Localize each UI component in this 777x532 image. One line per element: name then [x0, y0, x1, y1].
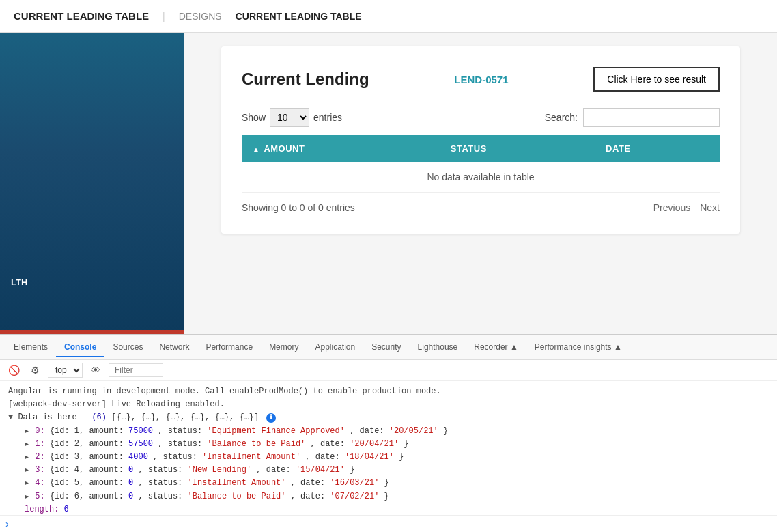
tab-console[interactable]: Console — [56, 338, 104, 357]
console-output: Angular is running in development mode. … — [0, 381, 777, 515]
expand-0[interactable]: ▶ — [25, 428, 29, 435]
data-count: (6) — [91, 412, 107, 422]
entries-label: entries — [313, 112, 342, 123]
show-entries: Show 10 25 50 100 entries — [242, 108, 342, 127]
search-input[interactable] — [583, 108, 720, 127]
table-footer: Showing 0 to 0 of 0 entries Previous Nex… — [242, 202, 720, 213]
nav-link-designs[interactable]: DESIGNS — [179, 11, 222, 22]
clear-console-button[interactable]: 🚫 — [5, 363, 23, 377]
card-title: Current Lending — [242, 70, 369, 89]
table-controls: Show 10 25 50 100 entries Search: — [242, 108, 720, 127]
card: Current Lending LEND-0571 Click Here to … — [221, 46, 740, 234]
context-select[interactable]: top — [48, 363, 83, 378]
table-header-row: AMOUNT STATUS DATE — [242, 135, 720, 162]
tab-lighthouse[interactable]: Lighthouse — [410, 338, 466, 357]
tab-performance-insights[interactable]: Performance insights ▲ — [526, 338, 630, 357]
devtools-toolbar: 🚫 ⚙ top 👁 — [0, 360, 777, 381]
sidebar-label: LTH — [0, 272, 38, 293]
data-table: AMOUNT STATUS DATE No data available in … — [242, 135, 720, 193]
tab-sources[interactable]: Sources — [104, 338, 151, 357]
console-line-1: Angular is running in development mode. … — [8, 385, 769, 398]
expand-5[interactable]: ▶ — [25, 493, 29, 501]
expand-icon[interactable]: ▼ — [8, 412, 13, 422]
col-date[interactable]: DATE — [595, 135, 720, 162]
console-line-data: ▼ Data is here (6) [{…}, {…}, {…}, {…}, … — [8, 411, 769, 424]
sidebar-bottom-bar — [0, 330, 184, 334]
tab-network[interactable]: Network — [151, 338, 197, 357]
eye-button[interactable]: 👁 — [88, 363, 103, 377]
main-area: LTH Current Lending LEND-0571 Click Here… — [0, 33, 777, 334]
table-row-empty: No data available in table — [242, 162, 720, 193]
page-content: Current Lending LEND-0571 Click Here to … — [184, 33, 777, 334]
console-input-arrow[interactable]: › — [5, 518, 9, 529]
devtools-panel: Elements Console Sources Network Perform… — [0, 334, 777, 532]
card-header: Current Lending LEND-0571 Click Here to … — [242, 67, 720, 92]
data-summary: [{…}, {…}, {…}, {…}, {…}, {…}] — [111, 412, 259, 422]
col-amount[interactable]: AMOUNT — [242, 135, 440, 162]
tab-memory[interactable]: Memory — [261, 338, 307, 357]
show-label: Show — [242, 112, 266, 123]
search-bar: Search: — [545, 108, 720, 127]
sidebar: LTH — [0, 33, 184, 334]
console-item-0: ▶ 0: {id: 1, amount: 75000 , status: 'Eq… — [8, 425, 769, 438]
console-item-5: ▶ 5: {id: 6, amount: 0 , status: 'Balanc… — [8, 490, 769, 503]
top-nav: CURRENT LEADING TABLE | DESIGNS CURRENT … — [0, 0, 777, 33]
expand-3[interactable]: ▶ — [25, 466, 29, 474]
prev-button[interactable]: Previous — [653, 202, 690, 213]
devtools-bottom-bar: › — [0, 515, 777, 532]
console-item-3: ▶ 3: {id: 4, amount: 0 , status: 'New Le… — [8, 464, 769, 477]
console-line-2: [webpack-dev-server] Live Reloading enab… — [8, 398, 769, 411]
no-data-cell: No data available in table — [242, 162, 720, 193]
nav-title: CURRENT LEADING TABLE — [14, 10, 149, 22]
filter-input[interactable] — [109, 363, 163, 377]
search-label: Search: — [545, 112, 578, 123]
entries-select[interactable]: 10 25 50 100 — [270, 108, 309, 127]
tab-performance[interactable]: Performance — [197, 338, 261, 357]
col-status[interactable]: STATUS — [440, 135, 595, 162]
expand-4[interactable]: ▶ — [25, 479, 29, 487]
info-icon: ℹ — [266, 413, 276, 423]
result-button[interactable]: Click Here to see result — [593, 67, 720, 92]
tab-elements[interactable]: Elements — [5, 338, 56, 357]
nav-link-current[interactable]: CURRENT LEADING TABLE — [236, 11, 362, 22]
nav-divider: | — [163, 11, 165, 22]
devtools-tabs: Elements Console Sources Network Perform… — [0, 335, 777, 360]
console-length: length: 6 — [8, 503, 769, 515]
console-item-1: ▶ 1: {id: 2, amount: 57500 , status: 'Ba… — [8, 438, 769, 451]
tab-security[interactable]: Security — [363, 338, 409, 357]
card-id: LEND-0571 — [454, 74, 508, 85]
tab-application[interactable]: Application — [307, 338, 363, 357]
pagination: Previous Next — [653, 202, 720, 213]
console-item-4: ▶ 4: {id: 5, amount: 0 , status: 'Instal… — [8, 477, 769, 490]
footer-text: Showing 0 to 0 of 0 entries — [242, 202, 355, 213]
settings-button[interactable]: ⚙ — [28, 363, 42, 377]
tab-recorder[interactable]: Recorder ▲ — [466, 338, 526, 357]
next-button[interactable]: Next — [700, 202, 720, 213]
console-item-2: ▶ 2: {id: 3, amount: 4000 , status: 'Ins… — [8, 451, 769, 464]
expand-2[interactable]: ▶ — [25, 453, 29, 461]
expand-1[interactable]: ▶ — [25, 440, 29, 448]
